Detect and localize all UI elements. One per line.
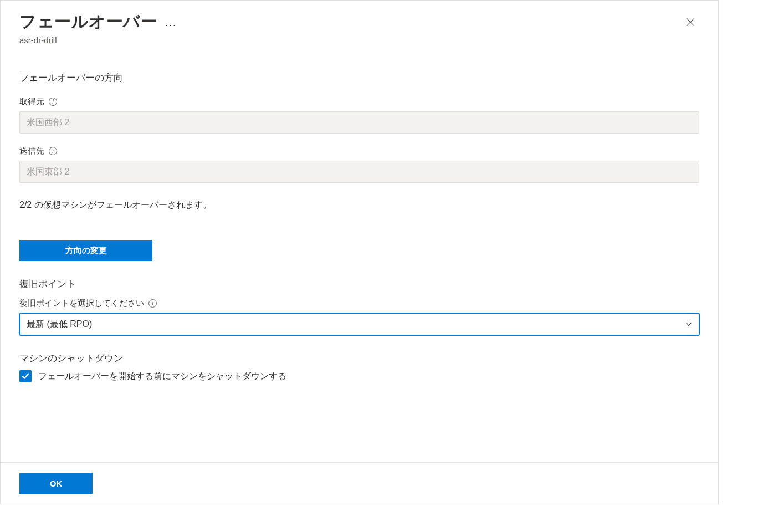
close-icon (686, 18, 695, 27)
ok-button[interactable]: OK (19, 473, 93, 494)
change-direction-button[interactable]: 方向の変更 (19, 240, 152, 261)
shutdown-checkbox-row: フェールオーバーを開始する前にマシンをシャットダウンする (19, 370, 699, 382)
title-row: フェールオーバー ··· (19, 11, 699, 33)
direction-heading: フェールオーバーの方向 (19, 71, 699, 84)
to-input (19, 161, 699, 183)
from-input (19, 111, 699, 134)
recovery-select-label: 復旧ポイントを選択してください (19, 298, 144, 309)
shutdown-checkbox[interactable] (19, 370, 32, 382)
failover-panel: フェールオーバー ··· asr-dr-drill フェールオーバーの方向 取得… (0, 0, 719, 504)
check-icon (22, 372, 29, 380)
info-icon[interactable]: i (49, 147, 57, 155)
to-label: 送信先 (19, 146, 44, 156)
to-label-row: 送信先 i (19, 146, 699, 156)
resource-name: asr-dr-drill (19, 35, 699, 45)
more-actions-icon[interactable]: ··· (165, 19, 177, 31)
failover-count-note: 2/2 の仮想マシンがフェールオーバーされます。 (19, 200, 699, 211)
recovery-heading: 復旧ポイント (19, 278, 699, 290)
recovery-point-select[interactable]: 最新 (最低 RPO) (19, 313, 699, 335)
panel-body: フェールオーバー ··· asr-dr-drill フェールオーバーの方向 取得… (1, 1, 718, 462)
title-left: フェールオーバー ··· (19, 11, 177, 33)
page-title: フェールオーバー (19, 11, 157, 33)
shutdown-heading: マシンのシャットダウン (19, 352, 699, 365)
shutdown-checkbox-label: フェールオーバーを開始する前にマシンをシャットダウンする (38, 371, 286, 382)
panel-footer: OK (1, 462, 718, 504)
close-button[interactable] (682, 13, 699, 31)
recovery-point-selected: 最新 (最低 RPO) (27, 319, 92, 330)
info-icon[interactable]: i (49, 98, 57, 106)
from-label: 取得元 (19, 96, 44, 107)
recovery-point-select-wrap: 最新 (最低 RPO) (19, 313, 699, 335)
from-label-row: 取得元 i (19, 96, 699, 107)
recovery-select-label-row: 復旧ポイントを選択してください i (19, 298, 699, 309)
info-icon[interactable]: i (148, 299, 157, 308)
